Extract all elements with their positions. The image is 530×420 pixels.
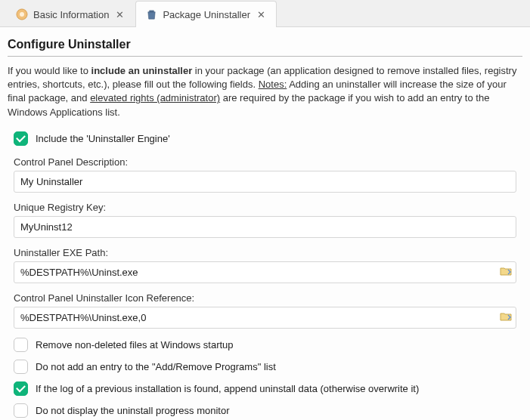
- field-label: Control Panel Description:: [14, 156, 516, 168]
- basic-info-icon: [16, 8, 28, 20]
- content-area: Configure Uninstaller If you would like …: [0, 27, 530, 420]
- trash-icon: [145, 8, 157, 20]
- close-icon[interactable]: ✕: [114, 10, 126, 20]
- option-label: Remove non-deleted files at Windows star…: [36, 339, 234, 351]
- field-label: Uninstaller EXE Path:: [14, 247, 516, 258]
- folder-icon: [500, 266, 512, 279]
- browse-button[interactable]: [498, 265, 513, 279]
- field-label: Unique Registry Key:: [14, 202, 516, 213]
- divider: [8, 56, 522, 57]
- include-engine-checkbox[interactable]: [14, 131, 28, 146]
- options-group: Remove non-deleted files at Windows star…: [8, 338, 522, 420]
- icon-ref-input[interactable]: [14, 307, 516, 329]
- include-engine-row: Include the 'Uninstaller Engine': [8, 131, 522, 146]
- svg-point-1: [20, 12, 24, 17]
- option-label: Do not add an entry to the "Add/Remove P…: [36, 361, 276, 372]
- field-label: Control Panel Uninstaller Icon Reference…: [14, 292, 516, 304]
- field-icon-reference: Control Panel Uninstaller Icon Reference…: [8, 292, 522, 329]
- exe-path-input[interactable]: [14, 261, 516, 283]
- tab-package-uninstaller[interactable]: Package Uninstaller ✕: [135, 1, 277, 27]
- field-cp-description: Control Panel Description:: [8, 156, 522, 193]
- folder-icon: [500, 311, 512, 324]
- tab-label: Package Uninstaller: [163, 9, 250, 20]
- option-no-add-remove-entry: Do not add an entry to the "Add/Remove P…: [8, 360, 522, 374]
- option-checkbox[interactable]: [14, 338, 28, 352]
- page-description: If you would like to include an uninstal…: [8, 64, 522, 119]
- include-engine-label: Include the 'Uninstaller Engine': [36, 133, 170, 144]
- option-label: Do not display the uninstall progress mo…: [36, 405, 230, 416]
- option-remove-nondeleted: Remove non-deleted files at Windows star…: [8, 338, 522, 352]
- option-checkbox[interactable]: [14, 381, 28, 396]
- registry-key-input[interactable]: [14, 216, 516, 238]
- option-append-log: If the log of a previous installation is…: [8, 381, 522, 396]
- tab-basic-information[interactable]: Basic Information ✕: [6, 1, 135, 27]
- field-registry-key: Unique Registry Key:: [8, 202, 522, 238]
- tab-bar: Basic Information ✕ Package Uninstaller …: [0, 0, 530, 27]
- close-icon[interactable]: ✕: [256, 10, 267, 20]
- option-checkbox[interactable]: [14, 360, 28, 374]
- option-checkbox[interactable]: [14, 403, 28, 418]
- cp-description-input[interactable]: [14, 171, 516, 193]
- field-exe-path: Uninstaller EXE Path:: [8, 247, 522, 283]
- browse-button[interactable]: [498, 310, 513, 324]
- page-title: Configure Uninstaller: [8, 38, 522, 51]
- tab-label: Basic Information: [33, 9, 109, 20]
- option-no-progress-monitor: Do not display the uninstall progress mo…: [8, 403, 522, 418]
- option-label: If the log of a previous installation is…: [36, 383, 419, 394]
